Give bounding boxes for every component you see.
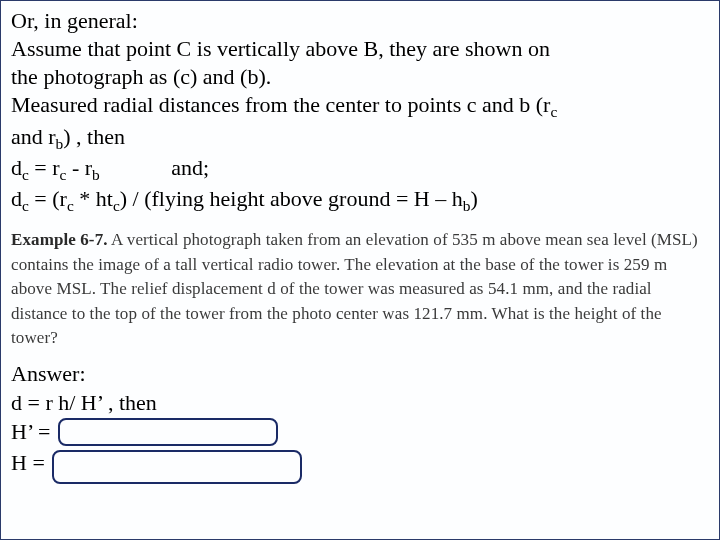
intro-line-3a: Measured radial distances from the cente… [11, 91, 709, 122]
redacted-box [58, 418, 278, 446]
subscript-c: c [550, 104, 557, 121]
subscript-b: b [92, 166, 100, 183]
text-fragment: - r [66, 155, 92, 180]
answer-line-1: d = r h/ H’ , then [11, 388, 709, 417]
text-fragment: Measured radial distances from the cente… [11, 92, 550, 117]
text-fragment: and; [171, 155, 209, 180]
example-label: Example 6-7. [11, 230, 108, 249]
redacted-box [52, 450, 302, 484]
answer-block: Answer: d = r h/ H’ , then H’ = H = [11, 359, 709, 482]
slide-content: Or, in general: Assume that point C is v… [1, 1, 719, 482]
text-fragment: * ht [74, 186, 113, 211]
intro-line-3b: and rb) , then [11, 123, 709, 154]
var-d: d [11, 155, 22, 180]
intro-line-2b: the photograph as (c) and (b). [11, 63, 709, 91]
equation-2: dc = (rc * htc) / (flying height above g… [11, 185, 709, 216]
text-fragment: H = [11, 450, 45, 475]
example-text: Example 6-7. A vertical photograph taken… [11, 228, 709, 351]
answer-line-2: H’ = [11, 417, 709, 448]
subscript-c: c [22, 166, 29, 183]
equation-1: dc = rc - rb and; [11, 154, 709, 185]
text-fragment: and r [11, 124, 56, 149]
var-d: d [11, 186, 22, 211]
example-body: A vertical photograph taken from an elev… [11, 230, 698, 348]
spacing [100, 155, 172, 180]
intro-line-1: Or, in general: [11, 7, 709, 35]
subscript-c: c [67, 197, 74, 214]
answer-line-3: H = [11, 448, 709, 482]
subscript-c: c [22, 197, 29, 214]
text-fragment: ) / (flying height above ground = H – h [120, 186, 463, 211]
text-fragment: ) , then [63, 124, 125, 149]
example-box: Example 6-7. A vertical photograph taken… [11, 226, 709, 353]
text-fragment: = (r [29, 186, 67, 211]
subscript-c: c [113, 197, 120, 214]
text-fragment: = r [29, 155, 60, 180]
intro-line-2a: Assume that point C is vertically above … [11, 35, 709, 63]
answer-label: Answer: [11, 359, 709, 388]
text-fragment: H’ = [11, 419, 51, 444]
text-fragment: ) [470, 186, 477, 211]
